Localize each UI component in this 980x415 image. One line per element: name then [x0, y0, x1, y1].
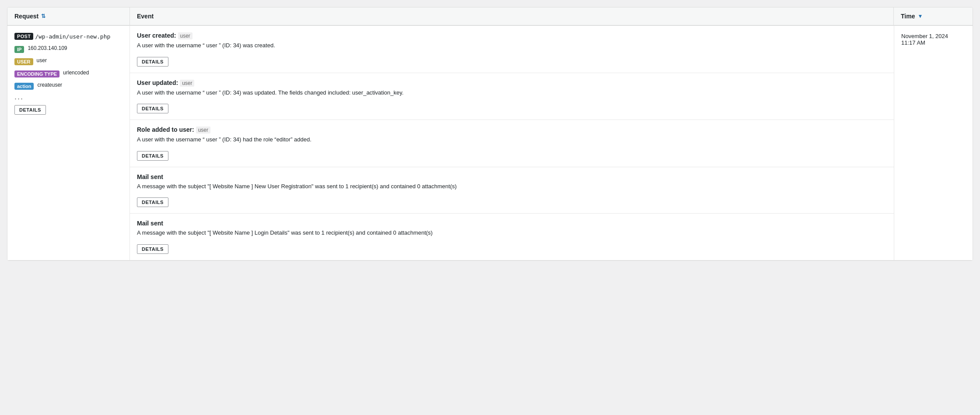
method-badge: POST — [14, 33, 33, 40]
header-event-label: Event — [137, 13, 154, 20]
event-title-0: User created:user — [137, 32, 887, 39]
action-value: createuser — [37, 82, 62, 88]
event-desc-2: A user with the username “​ user ​” (ID:… — [137, 135, 887, 144]
event-title-label-2: Role added to user: — [137, 126, 194, 133]
time-cell: November 1, 2024 11:17 AM — [894, 26, 973, 260]
event-details-button-3[interactable]: DETAILS — [137, 197, 168, 207]
request-path: /wp-admin/user-new.php — [35, 33, 110, 40]
event-title-value-0: user — [178, 32, 192, 39]
event-desc-0: A user with the username “​ user ​” (ID:… — [137, 41, 887, 50]
event-title-1: User updated:user — [137, 79, 887, 87]
event-desc-1: A user with the username “​ user ​” (ID:… — [137, 88, 887, 97]
event-details-button-1[interactable]: DETAILS — [137, 104, 168, 113]
event-title-label-3: Mail sent — [137, 173, 163, 180]
header-time[interactable]: Time ▼ — [894, 7, 973, 25]
ellipsis: ... — [14, 92, 122, 102]
time-date: November 1, 2024 — [901, 33, 966, 39]
action-label: action — [14, 83, 34, 90]
event-item-2: Role added to user:userA user with the u… — [130, 120, 894, 167]
header-request-label: Request — [14, 13, 38, 20]
event-item-1: User updated:userA user with the usernam… — [130, 73, 894, 120]
event-title-3: Mail sent — [137, 173, 887, 180]
time-sort-icon[interactable]: ▼ — [917, 13, 923, 19]
event-title-label-4: Mail sent — [137, 220, 163, 227]
ip-value: 160.203.140.109 — [28, 45, 67, 51]
event-title-4: Mail sent — [137, 220, 887, 227]
event-item-3: Mail sentA message with the subject "[​ … — [130, 167, 894, 214]
event-title-value-2: user — [196, 127, 210, 134]
encoding-row: ENCODING TYPE urlencoded — [14, 68, 122, 77]
encoding-label: ENCODING TYPE — [14, 70, 60, 77]
time-hour: 11:17 AM — [901, 39, 966, 46]
event-item-4: Mail sentA message with the subject "[​ … — [130, 214, 894, 260]
action-row: action createuser — [14, 80, 122, 90]
user-label: USER — [14, 58, 33, 65]
table-header: Request ⇅ Event Time ▼ — [7, 7, 973, 26]
event-desc-4: A message with the subject "[​ Website N… — [137, 229, 887, 237]
ip-row: IP 160.203.140.109 — [14, 43, 122, 53]
table-body: POST /wp-admin/user-new.php IP 160.203.1… — [7, 26, 973, 260]
event-details-button-2[interactable]: DETAILS — [137, 151, 168, 161]
event-desc-3: A message with the subject "[​ Website N… — [137, 182, 887, 191]
ip-label: IP — [14, 46, 24, 53]
header-event: Event — [130, 7, 894, 25]
event-item-0: User created:userA user with the usernam… — [130, 26, 894, 73]
request-details-button[interactable]: DETAILS — [14, 105, 46, 115]
event-title-label-0: User created: — [137, 32, 176, 39]
request-cell: POST /wp-admin/user-new.php IP 160.203.1… — [7, 26, 130, 260]
event-details-button-4[interactable]: DETAILS — [137, 244, 168, 254]
event-title-value-1: user — [180, 80, 194, 87]
header-request[interactable]: Request ⇅ — [7, 7, 130, 25]
encoding-value: urlencoded — [63, 70, 89, 76]
event-details-button-0[interactable]: DETAILS — [137, 57, 168, 67]
event-title-2: Role added to user:user — [137, 126, 887, 134]
request-sort-icon[interactable]: ⇅ — [41, 13, 46, 19]
events-cell: User created:userA user with the usernam… — [130, 26, 894, 260]
user-value: user — [37, 57, 47, 63]
event-title-label-1: User updated: — [137, 79, 178, 86]
user-row: USER user — [14, 56, 122, 65]
header-time-label: Time — [901, 13, 915, 20]
